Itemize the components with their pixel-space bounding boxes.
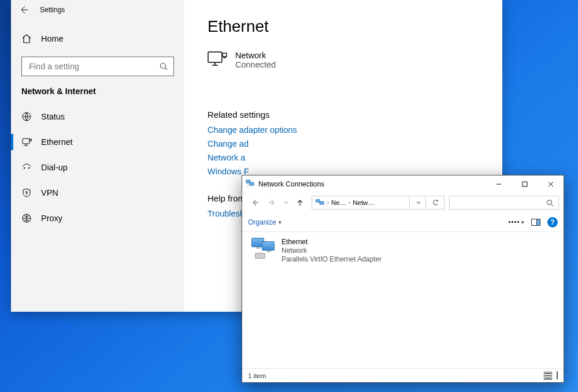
search-box[interactable] (21, 57, 174, 76)
connection-list-item[interactable]: Ethernet Network Parallels VirtIO Ethern… (250, 238, 555, 264)
nav-up-button[interactable] (292, 195, 308, 211)
search-input[interactable] (28, 61, 160, 72)
nav-item-proxy[interactable]: Proxy (11, 206, 184, 231)
chevron-right-icon: › (349, 200, 350, 206)
explorer-toolbar: Organize ▾ ▾ ? (242, 212, 564, 232)
nav-label: Proxy (41, 214, 62, 223)
item-network: Network (281, 247, 381, 255)
monitor-icon (208, 51, 227, 69)
connection-item[interactable]: Network Connected (208, 51, 502, 69)
nav-item-ethernet[interactable]: Ethernet (11, 129, 184, 155)
related-settings-heading: Related settings (208, 110, 502, 120)
explorer-title: Network Connections (258, 180, 324, 188)
item-adapter: Parallels VirtIO Ethernet Adapter (281, 255, 381, 264)
nav-home[interactable]: Home (11, 25, 184, 52)
status-icon (21, 111, 32, 122)
organize-button[interactable]: Organize (248, 218, 276, 226)
explorer-window: Network Connections › Ne… › Netw… (242, 175, 564, 383)
explorer-content[interactable]: Ethernet Network Parallels VirtIO Ethern… (242, 232, 564, 368)
network-connections-icon (246, 180, 255, 189)
details-view-button[interactable] (544, 372, 552, 380)
connection-status: Connected (235, 60, 276, 69)
chevron-right-icon: › (327, 200, 329, 206)
nav-label: Dial-up (41, 163, 68, 172)
refresh-button[interactable] (427, 196, 444, 210)
nav-item-status[interactable]: Status (11, 104, 184, 129)
app-title: Settings (36, 6, 65, 14)
link-advanced-sharing[interactable]: Change ad (208, 139, 502, 148)
crumb-part-1[interactable]: Ne… (331, 199, 346, 206)
search-icon (160, 62, 168, 70)
link-network-sharing-center[interactable]: Network a (208, 153, 502, 162)
explorer-close-button[interactable] (538, 176, 564, 193)
proxy-icon (21, 213, 32, 223)
explorer-search-box[interactable] (449, 196, 559, 210)
home-icon (21, 33, 32, 44)
nav-history-dropdown[interactable] (281, 195, 291, 211)
svg-rect-10 (223, 53, 227, 57)
explorer-statusbar: 1 item (242, 368, 564, 382)
address-dropdown[interactable] (411, 196, 426, 210)
svg-rect-12 (250, 182, 254, 185)
svg-rect-2 (23, 139, 29, 144)
address-icon (316, 199, 325, 206)
nav-forward-button[interactable] (264, 195, 280, 211)
ethernet-icon (21, 137, 32, 147)
svg-rect-14 (316, 199, 320, 202)
status-item-count: 1 item (248, 372, 266, 379)
crumb-part-2[interactable]: Netw… (353, 199, 375, 206)
svg-point-16 (547, 200, 552, 204)
back-button[interactable] (11, 0, 36, 20)
large-icons-view-button[interactable] (557, 372, 558, 380)
page-heading: Ethernet (208, 17, 502, 36)
dropdown-icon: ▾ (279, 219, 281, 225)
nav-label: Status (41, 112, 65, 121)
item-name: Ethernet (281, 238, 381, 247)
link-change-adapter[interactable]: Change adapter options (208, 125, 502, 135)
explorer-maximize-button[interactable] (512, 176, 538, 193)
dialup-icon (21, 162, 32, 173)
explorer-titlebar: Network Connections (242, 176, 564, 193)
connection-name: Network (235, 51, 276, 60)
svg-rect-15 (320, 201, 324, 204)
preview-pane-button[interactable] (531, 219, 540, 226)
nav-list: Status Ethernet Dial-up VPN (11, 104, 184, 231)
settings-sidebar: Settings Home Network & Internet Status (11, 0, 184, 312)
svg-rect-18 (537, 219, 540, 225)
svg-rect-9 (208, 52, 222, 62)
svg-point-4 (24, 167, 25, 169)
svg-rect-3 (30, 139, 32, 141)
nav-label: VPN (41, 188, 58, 197)
view-icons-button[interactable]: ▾ (509, 219, 524, 225)
nav-item-vpn[interactable]: VPN (11, 180, 184, 206)
nav-back-button[interactable] (247, 195, 263, 211)
svg-point-5 (28, 167, 29, 169)
svg-point-6 (26, 192, 28, 193)
category-header: Network & Internet (11, 76, 184, 100)
search-icon (546, 199, 554, 207)
settings-titlebar: Settings (11, 0, 184, 20)
nav-item-dialup[interactable]: Dial-up (11, 155, 184, 180)
ethernet-adapter-icon (250, 238, 276, 261)
nav-home-label: Home (41, 34, 64, 43)
vpn-icon (21, 188, 32, 198)
svg-rect-13 (523, 182, 527, 186)
nav-label: Ethernet (41, 137, 73, 147)
explorer-navbar: › Ne… › Netw… (242, 193, 564, 212)
address-bar[interactable]: › Ne… › Netw… (312, 196, 410, 210)
svg-point-0 (161, 64, 166, 69)
help-button[interactable]: ? (547, 217, 558, 227)
explorer-minimize-button[interactable] (486, 176, 512, 193)
